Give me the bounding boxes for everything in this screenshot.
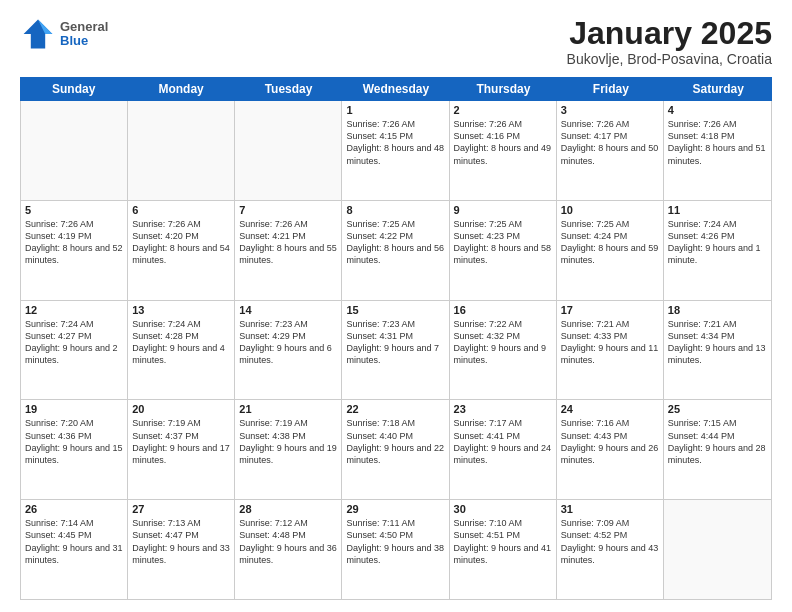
- header-saturday: Saturday: [665, 77, 772, 101]
- day-number-8: 8: [346, 204, 444, 216]
- cell-info-15: Sunrise: 7:23 AM Sunset: 4:31 PM Dayligh…: [346, 318, 444, 367]
- cell-info-1: Sunrise: 7:26 AM Sunset: 4:15 PM Dayligh…: [346, 118, 444, 167]
- header-wednesday: Wednesday: [342, 77, 449, 101]
- day-number-26: 26: [25, 503, 123, 515]
- cell-info-29: Sunrise: 7:11 AM Sunset: 4:50 PM Dayligh…: [346, 517, 444, 566]
- day-number-1: 1: [346, 104, 444, 116]
- cell-info-30: Sunrise: 7:10 AM Sunset: 4:51 PM Dayligh…: [454, 517, 552, 566]
- day-number-10: 10: [561, 204, 659, 216]
- cell-info-18: Sunrise: 7:21 AM Sunset: 4:34 PM Dayligh…: [668, 318, 767, 367]
- week-row-3: 12Sunrise: 7:24 AM Sunset: 4:27 PM Dayli…: [21, 301, 771, 401]
- cell-3: 3Sunrise: 7:26 AM Sunset: 4:17 PM Daylig…: [557, 101, 664, 200]
- cell-info-7: Sunrise: 7:26 AM Sunset: 4:21 PM Dayligh…: [239, 218, 337, 267]
- day-number-22: 22: [346, 403, 444, 415]
- day-number-4: 4: [668, 104, 767, 116]
- day-number-30: 30: [454, 503, 552, 515]
- day-number-7: 7: [239, 204, 337, 216]
- header: General Blue January 2025 Bukovlje, Brod…: [20, 16, 772, 67]
- cell-28: 28Sunrise: 7:12 AM Sunset: 4:48 PM Dayli…: [235, 500, 342, 599]
- cell-info-26: Sunrise: 7:14 AM Sunset: 4:45 PM Dayligh…: [25, 517, 123, 566]
- cell-info-2: Sunrise: 7:26 AM Sunset: 4:16 PM Dayligh…: [454, 118, 552, 167]
- cell-info-14: Sunrise: 7:23 AM Sunset: 4:29 PM Dayligh…: [239, 318, 337, 367]
- cell-20: 20Sunrise: 7:19 AM Sunset: 4:37 PM Dayli…: [128, 400, 235, 499]
- cell-21: 21Sunrise: 7:19 AM Sunset: 4:38 PM Dayli…: [235, 400, 342, 499]
- cell-7: 7Sunrise: 7:26 AM Sunset: 4:21 PM Daylig…: [235, 201, 342, 300]
- cell-5: 5Sunrise: 7:26 AM Sunset: 4:19 PM Daylig…: [21, 201, 128, 300]
- cell-info-5: Sunrise: 7:26 AM Sunset: 4:19 PM Dayligh…: [25, 218, 123, 267]
- cell-10: 10Sunrise: 7:25 AM Sunset: 4:24 PM Dayli…: [557, 201, 664, 300]
- logo-icon: [20, 16, 56, 52]
- cell-info-28: Sunrise: 7:12 AM Sunset: 4:48 PM Dayligh…: [239, 517, 337, 566]
- cell-11: 11Sunrise: 7:24 AM Sunset: 4:26 PM Dayli…: [664, 201, 771, 300]
- cell-12: 12Sunrise: 7:24 AM Sunset: 4:27 PM Dayli…: [21, 301, 128, 400]
- day-number-6: 6: [132, 204, 230, 216]
- cell-info-21: Sunrise: 7:19 AM Sunset: 4:38 PM Dayligh…: [239, 417, 337, 466]
- cell-info-4: Sunrise: 7:26 AM Sunset: 4:18 PM Dayligh…: [668, 118, 767, 167]
- cell-19: 19Sunrise: 7:20 AM Sunset: 4:36 PM Dayli…: [21, 400, 128, 499]
- cell-22: 22Sunrise: 7:18 AM Sunset: 4:40 PM Dayli…: [342, 400, 449, 499]
- cell-31: 31Sunrise: 7:09 AM Sunset: 4:52 PM Dayli…: [557, 500, 664, 599]
- day-number-15: 15: [346, 304, 444, 316]
- cell-info-8: Sunrise: 7:25 AM Sunset: 4:22 PM Dayligh…: [346, 218, 444, 267]
- calendar-header: Sunday Monday Tuesday Wednesday Thursday…: [20, 77, 772, 101]
- cell-info-6: Sunrise: 7:26 AM Sunset: 4:20 PM Dayligh…: [132, 218, 230, 267]
- cell-info-9: Sunrise: 7:25 AM Sunset: 4:23 PM Dayligh…: [454, 218, 552, 267]
- empty-cell-0-2: [235, 101, 342, 200]
- cell-info-22: Sunrise: 7:18 AM Sunset: 4:40 PM Dayligh…: [346, 417, 444, 466]
- day-number-29: 29: [346, 503, 444, 515]
- header-tuesday: Tuesday: [235, 77, 342, 101]
- day-number-20: 20: [132, 403, 230, 415]
- empty-cell-0-1: [128, 101, 235, 200]
- cell-15: 15Sunrise: 7:23 AM Sunset: 4:31 PM Dayli…: [342, 301, 449, 400]
- logo: General Blue: [20, 16, 108, 52]
- cell-info-3: Sunrise: 7:26 AM Sunset: 4:17 PM Dayligh…: [561, 118, 659, 167]
- cell-1: 1Sunrise: 7:26 AM Sunset: 4:15 PM Daylig…: [342, 101, 449, 200]
- day-number-21: 21: [239, 403, 337, 415]
- week-row-1: 1Sunrise: 7:26 AM Sunset: 4:15 PM Daylig…: [21, 101, 771, 201]
- cell-info-17: Sunrise: 7:21 AM Sunset: 4:33 PM Dayligh…: [561, 318, 659, 367]
- cell-24: 24Sunrise: 7:16 AM Sunset: 4:43 PM Dayli…: [557, 400, 664, 499]
- cell-16: 16Sunrise: 7:22 AM Sunset: 4:32 PM Dayli…: [450, 301, 557, 400]
- header-sunday: Sunday: [20, 77, 127, 101]
- day-number-11: 11: [668, 204, 767, 216]
- day-number-9: 9: [454, 204, 552, 216]
- cell-info-19: Sunrise: 7:20 AM Sunset: 4:36 PM Dayligh…: [25, 417, 123, 466]
- day-number-13: 13: [132, 304, 230, 316]
- day-number-2: 2: [454, 104, 552, 116]
- calendar-title: January 2025: [567, 16, 772, 51]
- week-row-4: 19Sunrise: 7:20 AM Sunset: 4:36 PM Dayli…: [21, 400, 771, 500]
- day-number-19: 19: [25, 403, 123, 415]
- day-number-5: 5: [25, 204, 123, 216]
- cell-23: 23Sunrise: 7:17 AM Sunset: 4:41 PM Dayli…: [450, 400, 557, 499]
- cell-2: 2Sunrise: 7:26 AM Sunset: 4:16 PM Daylig…: [450, 101, 557, 200]
- cell-info-25: Sunrise: 7:15 AM Sunset: 4:44 PM Dayligh…: [668, 417, 767, 466]
- cell-info-27: Sunrise: 7:13 AM Sunset: 4:47 PM Dayligh…: [132, 517, 230, 566]
- logo-general: General: [60, 20, 108, 34]
- cell-info-16: Sunrise: 7:22 AM Sunset: 4:32 PM Dayligh…: [454, 318, 552, 367]
- header-monday: Monday: [127, 77, 234, 101]
- cell-18: 18Sunrise: 7:21 AM Sunset: 4:34 PM Dayli…: [664, 301, 771, 400]
- cell-14: 14Sunrise: 7:23 AM Sunset: 4:29 PM Dayli…: [235, 301, 342, 400]
- cell-8: 8Sunrise: 7:25 AM Sunset: 4:22 PM Daylig…: [342, 201, 449, 300]
- cell-6: 6Sunrise: 7:26 AM Sunset: 4:20 PM Daylig…: [128, 201, 235, 300]
- page: General Blue January 2025 Bukovlje, Brod…: [0, 0, 792, 612]
- day-number-23: 23: [454, 403, 552, 415]
- calendar-grid: 1Sunrise: 7:26 AM Sunset: 4:15 PM Daylig…: [20, 101, 772, 600]
- cell-info-20: Sunrise: 7:19 AM Sunset: 4:37 PM Dayligh…: [132, 417, 230, 466]
- cell-17: 17Sunrise: 7:21 AM Sunset: 4:33 PM Dayli…: [557, 301, 664, 400]
- cell-info-13: Sunrise: 7:24 AM Sunset: 4:28 PM Dayligh…: [132, 318, 230, 367]
- cell-30: 30Sunrise: 7:10 AM Sunset: 4:51 PM Dayli…: [450, 500, 557, 599]
- empty-cell-0-0: [21, 101, 128, 200]
- week-row-2: 5Sunrise: 7:26 AM Sunset: 4:19 PM Daylig…: [21, 201, 771, 301]
- day-number-12: 12: [25, 304, 123, 316]
- cell-info-11: Sunrise: 7:24 AM Sunset: 4:26 PM Dayligh…: [668, 218, 767, 267]
- header-thursday: Thursday: [450, 77, 557, 101]
- title-block: January 2025 Bukovlje, Brod-Posavina, Cr…: [567, 16, 772, 67]
- calendar-subtitle: Bukovlje, Brod-Posavina, Croatia: [567, 51, 772, 67]
- empty-cell-4-6: [664, 500, 771, 599]
- cell-9: 9Sunrise: 7:25 AM Sunset: 4:23 PM Daylig…: [450, 201, 557, 300]
- day-number-17: 17: [561, 304, 659, 316]
- day-number-27: 27: [132, 503, 230, 515]
- logo-text: General Blue: [60, 20, 108, 49]
- day-number-3: 3: [561, 104, 659, 116]
